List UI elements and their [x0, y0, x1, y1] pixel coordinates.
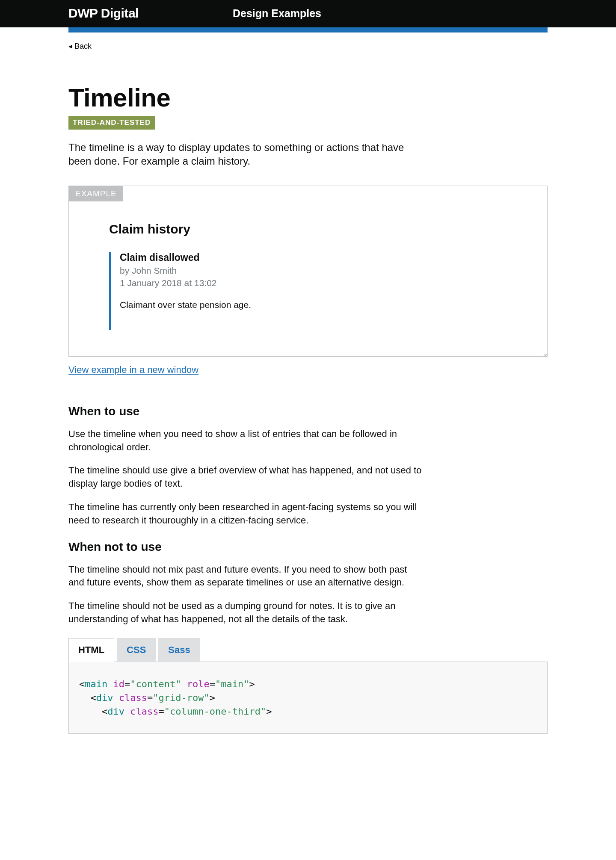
when-to-use-para-3: The timeline has currently only been res…	[68, 501, 424, 527]
timeline-entry: Claim disallowed by John Smith 1 January…	[109, 252, 255, 330]
view-example-link[interactable]: View example in a new window	[68, 364, 198, 375]
intro-paragraph: The timeline is a way to display updates…	[68, 141, 406, 168]
timeline-entry-body: Claimant over state pension age.	[120, 299, 255, 311]
back-link[interactable]: Back	[68, 42, 92, 52]
site-logo: DWP Digital	[68, 6, 139, 21]
site-header: DWP Digital Design Examples	[0, 0, 616, 27]
example-label: EXAMPLE	[69, 186, 123, 201]
tab-css[interactable]: CSS	[117, 638, 156, 662]
code-block: <main id="content" role="main"> <div cla…	[79, 677, 537, 718]
timeline-entry-author: by John Smith	[120, 264, 255, 277]
when-to-use-para-1: Use the timeline when you need to show a…	[68, 428, 424, 454]
tab-sass[interactable]: Sass	[158, 638, 200, 662]
when-not-para-2: The timeline should not be used as a dum…	[68, 600, 424, 626]
header-bottom-bar	[68, 27, 548, 33]
example-heading: Claim history	[109, 222, 507, 236]
example-box: EXAMPLE Claim history Claim disallowed b…	[68, 186, 548, 357]
phase-tag: TRIED-AND-TESTED	[68, 116, 155, 130]
when-not-para-1: The timeline should not mix past and fut…	[68, 563, 424, 590]
header-service-name[interactable]: Design Examples	[233, 7, 321, 20]
tab-html[interactable]: HTML	[68, 638, 114, 662]
when-to-use-para-2: The timeline should use give a brief ove…	[68, 464, 424, 491]
code-tabs: HTML CSS Sass	[68, 638, 548, 662]
when-to-use-heading: When to use	[68, 405, 548, 418]
code-panel: <main id="content" role="main"> <div cla…	[68, 662, 548, 734]
when-not-to-use-heading: When not to use	[68, 540, 548, 554]
timeline-entry-title: Claim disallowed	[120, 252, 255, 263]
timeline-entry-datetime: 1 January 2018 at 13:02	[120, 277, 255, 289]
page-title: Timeline	[68, 83, 548, 112]
